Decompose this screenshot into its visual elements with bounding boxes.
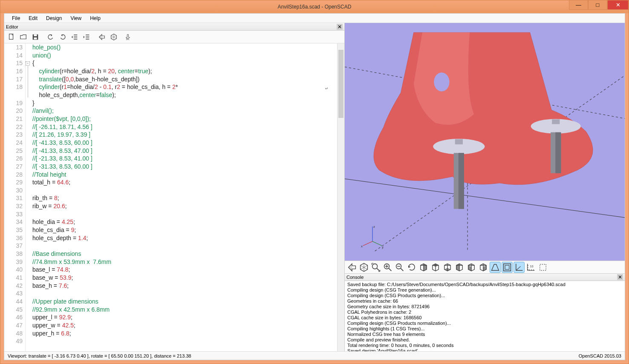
maximize-button[interactable]: □ — [588, 0, 607, 10]
code-line[interactable]: base_l = 74.8; — [32, 266, 337, 274]
3d-viewport[interactable]: z x y — [345, 23, 625, 261]
code-line[interactable]: hole_cs_depth,center=false); — [32, 91, 337, 99]
code-line[interactable]: rib_w = 20.6; — [32, 202, 337, 210]
editor-header: Editor ✕ — [4, 23, 344, 31]
svg-line-5 — [345, 179, 625, 218]
menu-help[interactable]: Help — [86, 14, 105, 22]
svg-text:x: x — [361, 244, 363, 248]
code-line[interactable] — [32, 210, 337, 218]
redo-icon[interactable] — [57, 32, 68, 43]
unindent-icon[interactable] — [69, 32, 80, 43]
code-line[interactable]: upper_h = 6.8; — [32, 330, 337, 338]
reset-view-icon[interactable] — [406, 262, 417, 273]
close-button[interactable]: ✕ — [607, 0, 629, 10]
code-line[interactable]: //[ -41.33, 8.53, 60.00 ] — [32, 139, 337, 147]
svg-line-20 — [363, 241, 372, 246]
axes-icon[interactable] — [514, 262, 525, 273]
menu-view[interactable]: View — [66, 14, 86, 22]
menu-design[interactable]: Design — [42, 14, 66, 22]
indent-icon[interactable] — [81, 32, 92, 43]
code-line[interactable]: //Base dimensions — [32, 250, 337, 258]
code-line[interactable]: //[ -26.11, 18.71, 4.56 ] — [32, 123, 337, 131]
console-header: Console ✕ — [345, 273, 625, 281]
code-line[interactable]: //[ -41.33, 8.53, 47.00 ] — [32, 147, 337, 155]
code-line[interactable]: //[ -21.33, 8.53, 41.00 ] — [32, 155, 337, 163]
titlebar[interactable]: AnvilStep16a.scad - OpenSCAD — □ ✕ — [0, 0, 629, 13]
preview-icon[interactable] — [96, 32, 107, 43]
status-viewport-text: Viewport: translate = [ -3.16 6.73 0.40 … — [8, 353, 191, 358]
code-line[interactable]: } — [32, 99, 337, 107]
save-icon[interactable] — [30, 32, 41, 43]
render-vp-icon[interactable] — [358, 262, 369, 273]
status-version-text: OpenSCAD 2015.03 — [579, 353, 621, 358]
svg-line-35 — [516, 266, 521, 270]
menu-file[interactable]: File — [8, 14, 24, 22]
code-line[interactable]: hole_pos() — [32, 43, 337, 52]
code-line[interactable]: //92.9mm x 42.5mm x 6.8mm — [32, 306, 337, 314]
window-title: AnvilStep16a.scad - OpenSCAD — [278, 4, 352, 10]
zoom-out-icon[interactable] — [394, 262, 405, 273]
console-line: Compiling design (CSG Products generatio… — [347, 293, 622, 298]
view-right-icon[interactable] — [418, 262, 429, 273]
code-line[interactable] — [32, 289, 337, 298]
console-header-label: Console — [346, 275, 364, 280]
minimize-button[interactable]: — — [569, 0, 588, 10]
export-stl-icon[interactable]: STL — [124, 32, 135, 43]
editor-scrollbar[interactable] — [337, 43, 344, 351]
code-line[interactable]: //Total height — [32, 171, 337, 179]
fold-toggle-icon[interactable]: − — [26, 61, 30, 66]
svg-rect-32 — [505, 265, 509, 269]
code-line[interactable]: //[ 21.26, 19.97, 3.39 ] — [32, 131, 337, 139]
preview-vp-icon[interactable] — [346, 262, 358, 273]
code-line[interactable]: //anvil(); — [32, 107, 337, 115]
code-line[interactable] — [32, 186, 337, 195]
new-icon[interactable] — [6, 32, 17, 43]
editor-close-icon[interactable]: ✕ — [337, 24, 343, 30]
console-output[interactable]: Saved backup file: C:/Users/Steve/Docume… — [345, 281, 625, 351]
scale-markers-icon[interactable]: 10 — [525, 262, 537, 273]
menu-edit[interactable]: Edit — [24, 14, 42, 22]
console-line: Compiling highlights (1 CSG Trees)... — [347, 326, 622, 332]
code-line[interactable]: cylinder(r1=hole_dia/2 - 0.1, r2 = hole_… — [32, 83, 337, 91]
code-line[interactable]: hole_cs_depth = 1.4; — [32, 234, 337, 242]
zoom-all-icon[interactable] — [370, 262, 381, 273]
code-editor[interactable]: 1314151617181920212223242526272829303132… — [4, 43, 344, 351]
code-line[interactable]: translate([0,0,base_h-hole_cs_depth]) — [32, 75, 337, 83]
code-line[interactable]: { — [32, 59, 337, 67]
code-line[interactable]: cylinder(r=hole_dia/2, h = 20, center=tr… — [32, 67, 337, 75]
open-icon[interactable] — [18, 32, 29, 43]
code-line[interactable]: upper_l = 92.9; — [32, 313, 337, 321]
code-line[interactable]: hole_dia = 4.25; — [32, 218, 337, 226]
code-line[interactable]: upper_w = 42.5; — [32, 321, 337, 330]
code-line[interactable]: //[ -31.33, 8.53, 60.00 ] — [32, 163, 337, 171]
view-front-icon[interactable] — [466, 262, 477, 273]
perspective-icon[interactable] — [490, 262, 501, 273]
code-line[interactable]: base_w = 53.9; — [32, 274, 337, 282]
view-back-icon[interactable] — [478, 262, 489, 273]
orthogonal-icon[interactable] — [502, 262, 513, 273]
view-top-icon[interactable] — [430, 262, 441, 273]
statusbar: Viewport: translate = [ -3.16 6.73 0.40 … — [4, 351, 625, 360]
code-line[interactable]: //pointer($vpt, [0,0,0]); — [32, 115, 337, 123]
code-line[interactable]: hole_cs_dia = 9; — [32, 226, 337, 234]
render-icon[interactable] — [108, 32, 119, 43]
code-line[interactable]: total_h = 64.6; — [32, 178, 337, 186]
code-line[interactable]: union() — [32, 52, 337, 60]
view-left-icon[interactable] — [454, 262, 465, 273]
console-close-icon[interactable]: ✕ — [617, 274, 623, 280]
zoom-in-icon[interactable] — [382, 262, 393, 273]
console-line: Compile and preview finished. — [347, 337, 622, 343]
svg-rect-31 — [504, 264, 511, 271]
svg-rect-14 — [459, 153, 464, 209]
code-line[interactable]: //74.8mm x 53.9mm x 7.6mm — [32, 258, 337, 266]
svg-line-28 — [389, 268, 391, 271]
code-line[interactable]: rib_th = 8; — [32, 194, 337, 202]
code-line[interactable]: //Upper plate dimensions — [32, 298, 337, 306]
undo-icon[interactable] — [45, 32, 56, 43]
show-edges-icon[interactable] — [537, 262, 548, 273]
code-line[interactable] — [32, 242, 337, 250]
code-line[interactable]: base_h = 7.6; — [32, 282, 337, 290]
code-line[interactable] — [32, 337, 337, 345]
svg-line-26 — [377, 268, 379, 271]
view-bottom-icon[interactable] — [442, 262, 453, 273]
